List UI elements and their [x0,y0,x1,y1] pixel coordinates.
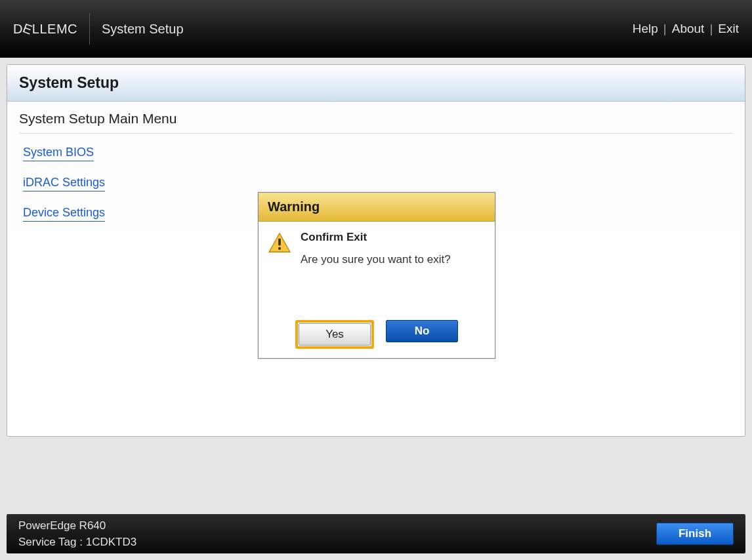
dialog-buttons: Yes No [259,320,495,358]
dialog-text: Confirm Exit Are you sure you want to ex… [301,231,486,308]
footer-info: PowerEdge R640 Service Tag : 1CDKTD3 [18,517,136,551]
warning-dialog: Warning Confirm Exit Are you sure you wa… [258,192,495,359]
top-right-links: Help | About | Exit [633,22,739,36]
svg-point-2 [278,247,281,250]
svg-rect-1 [278,239,281,246]
app-title: System Setup [102,22,184,37]
yes-button[interactable]: Yes [299,323,371,346]
exit-link[interactable]: Exit [718,22,739,36]
dell-emc-logo: DELLEMC [13,22,77,37]
service-tag-row: Service Tag : 1CDKTD3 [18,534,136,551]
dialog-body: Confirm Exit Are you sure you want to ex… [259,222,495,320]
panel-header: System Setup [7,65,745,102]
menu-item-system-bios[interactable]: System BIOS [23,146,94,161]
logo-divider [89,13,90,45]
dialog-title: Confirm Exit [301,231,486,244]
menu-title: System Setup Main Menu [19,111,733,134]
yes-button-highlight: Yes [295,320,374,349]
service-tag-value: 1CDKTD3 [86,536,136,548]
top-bar: DELLEMC System Setup Help | About | Exit [0,0,752,58]
menu-item-idrac-settings[interactable]: iDRAC Settings [23,176,105,191]
warning-icon [268,232,291,253]
about-link[interactable]: About [672,22,705,36]
no-button[interactable]: No [386,320,458,342]
model-label: PowerEdge R640 [18,517,136,534]
finish-button[interactable]: Finish [656,523,734,545]
menu-item-device-settings[interactable]: Device Settings [23,206,105,222]
help-link[interactable]: Help [633,22,658,36]
service-tag-label: Service Tag : [18,536,83,548]
separator: | [663,22,667,36]
dialog-header: Warning [259,193,495,222]
separator: | [709,22,713,36]
top-left: DELLEMC System Setup [13,0,184,58]
dialog-message: Are you sure you want to exit? [301,253,486,266]
logo-emc: EMC [47,22,77,36]
footer-bar: PowerEdge R640 Service Tag : 1CDKTD3 Fin… [7,514,745,553]
